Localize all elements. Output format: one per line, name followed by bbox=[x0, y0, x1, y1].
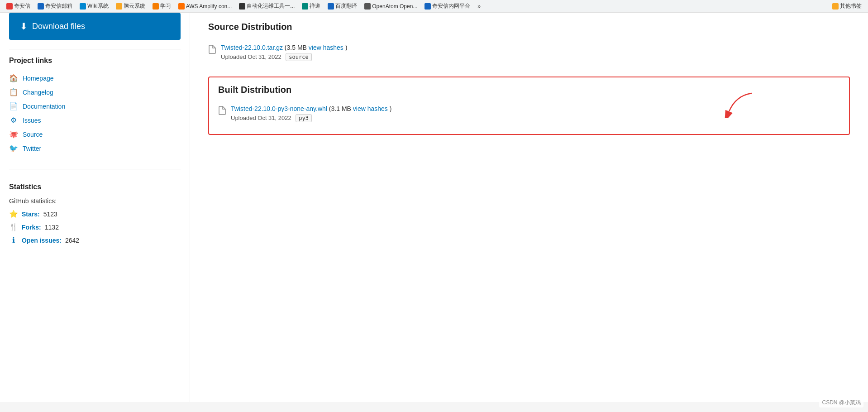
bookmark-aws[interactable]: AWS Amplify con... bbox=[176, 2, 235, 10]
documentation-link[interactable]: 📄 Documentation bbox=[9, 99, 181, 113]
bookmark-favicon bbox=[6, 3, 13, 10]
bookmark-favicon bbox=[302, 3, 308, 10]
source-upload-info: Uploaded Oct 31, 2022 source bbox=[221, 53, 850, 61]
open-issues-label: Open issues: bbox=[22, 237, 62, 244]
sidebar-divider-2 bbox=[9, 169, 181, 169]
built-file-size-value: 3.1 MB bbox=[331, 105, 351, 112]
homepage-label: Homepage bbox=[23, 75, 54, 82]
twitter-icon: 🐦 bbox=[9, 144, 18, 153]
page-wrapper: ⬇ Download files Project links 🏠 Homepag… bbox=[0, 13, 868, 402]
fork-icon: 🍴 bbox=[9, 223, 18, 231]
twitter-link[interactable]: 🐦 Twitter bbox=[9, 141, 181, 155]
twitter-label: Twitter bbox=[23, 145, 41, 152]
bookmark-others[interactable]: 其他书签 bbox=[830, 1, 864, 11]
documentation-icon: 📄 bbox=[9, 102, 18, 110]
built-file-link[interactable]: Twisted-22.10.0-py3-none-any.whl bbox=[231, 105, 327, 112]
bookmark-favicon bbox=[116, 3, 122, 10]
source-file-link[interactable]: Twisted-22.10.0.tar.gz bbox=[221, 44, 283, 51]
stars-stat: ⭐ Stars: 5123 bbox=[9, 207, 181, 220]
sidebar: ⬇ Download files Project links 🏠 Homepag… bbox=[0, 13, 190, 402]
bookmark-qianxin[interactable]: 奇安信 bbox=[4, 1, 33, 11]
source-distribution-section: Source Distribution Twisted-22.10.0.tar.… bbox=[208, 22, 850, 66]
project-links-title: Project links bbox=[9, 57, 181, 65]
changelog-label: Changelog bbox=[23, 89, 53, 96]
download-button-label: Download files bbox=[32, 22, 85, 31]
source-tag-badge: source bbox=[286, 53, 311, 61]
download-files-button[interactable]: ⬇ Download files bbox=[9, 13, 181, 40]
issues-link[interactable]: ⚙ Issues bbox=[9, 113, 181, 127]
statistics-title: Statistics bbox=[9, 183, 181, 191]
documentation-label: Documentation bbox=[23, 103, 65, 110]
home-icon: 🏠 bbox=[9, 74, 18, 82]
homepage-link[interactable]: 🏠 Homepage bbox=[9, 71, 181, 85]
bookmark-wiki[interactable]: Wiki系统 bbox=[77, 1, 111, 11]
bookmark-intranet[interactable]: 奇安信内网平台 bbox=[422, 1, 473, 11]
built-upload-date: Uploaded Oct 31, 2022 bbox=[231, 115, 291, 121]
bookmark-openatom[interactable]: OpenAtom Open... bbox=[362, 2, 420, 10]
bookmark-favicon bbox=[364, 3, 371, 10]
issues-icon: ⚙ bbox=[9, 116, 18, 125]
star-icon: ⭐ bbox=[9, 210, 18, 218]
bookmark-favicon bbox=[38, 3, 44, 10]
bookmark-favicon bbox=[424, 3, 431, 10]
bookmark-zen[interactable]: 禅道 bbox=[299, 1, 323, 11]
annotation-arrow bbox=[722, 91, 758, 120]
built-tag-badge: py3 bbox=[296, 114, 312, 122]
bookmark-email[interactable]: 奇安信邮箱 bbox=[35, 1, 75, 11]
bookmark-tencent[interactable]: 腾云系统 bbox=[113, 1, 148, 11]
forks-label: Forks: bbox=[22, 224, 41, 231]
source-link[interactable]: 🐙 Source bbox=[9, 127, 181, 141]
issues-label: Issues bbox=[23, 117, 41, 124]
download-icon: ⬇ bbox=[20, 21, 28, 32]
stars-label: Stars: bbox=[22, 211, 40, 218]
github-stats-label: GitHub statistics: bbox=[9, 197, 181, 205]
source-file-meta: Twisted-22.10.0.tar.gz (3.5 MB view hash… bbox=[221, 44, 850, 51]
built-file-icon bbox=[218, 106, 226, 117]
built-distribution-section: Built Distribution bbox=[208, 77, 850, 135]
bookmark-bar: 奇安信 奇安信邮箱 Wiki系统 腾云系统 学习 AWS Amplify con… bbox=[0, 0, 868, 13]
source-file-row: Twisted-22.10.0.tar.gz (3.5 MB view hash… bbox=[208, 39, 850, 66]
forks-value: 1132 bbox=[45, 224, 59, 231]
forks-stat: 🍴 Forks: 1132 bbox=[9, 220, 181, 234]
built-view-hashes-link[interactable]: view hashes bbox=[353, 105, 388, 112]
bookmark-favicon bbox=[239, 3, 245, 10]
source-label: Source bbox=[23, 131, 43, 138]
open-issues-value: 2642 bbox=[65, 237, 79, 244]
bookmark-favicon bbox=[80, 3, 86, 10]
source-file-size-value: 3.5 MB bbox=[287, 44, 307, 51]
bookmark-baidu-translate[interactable]: 百度翻译 bbox=[325, 1, 360, 11]
bookmark-study[interactable]: 学习 bbox=[150, 1, 174, 11]
github-icon: 🐙 bbox=[9, 130, 18, 139]
bookmark-devops[interactable]: 自动化运维工具一... bbox=[236, 1, 297, 11]
stars-value: 5123 bbox=[43, 211, 57, 218]
bookmark-favicon bbox=[832, 3, 839, 10]
sidebar-divider bbox=[9, 49, 181, 49]
bookmark-more[interactable]: » bbox=[475, 2, 483, 10]
csdn-watermark: CSDN @小菜鸡 bbox=[819, 398, 863, 402]
open-issues-stat: ℹ Open issues: 2642 bbox=[9, 234, 181, 247]
changelog-link[interactable]: 📋 Changelog bbox=[9, 85, 181, 99]
source-distribution-title: Source Distribution bbox=[208, 22, 850, 32]
issues-count-icon: ℹ bbox=[9, 236, 18, 244]
source-view-hashes-link[interactable]: view hashes bbox=[309, 44, 343, 51]
bookmark-favicon bbox=[328, 3, 334, 10]
source-upload-date: Uploaded Oct 31, 2022 bbox=[221, 53, 281, 60]
bookmark-favicon bbox=[153, 3, 159, 10]
source-file-info: Twisted-22.10.0.tar.gz (3.5 MB view hash… bbox=[221, 44, 850, 61]
bookmark-favicon bbox=[178, 3, 185, 10]
source-file-icon bbox=[208, 45, 216, 56]
main-content: Source Distribution Twisted-22.10.0.tar.… bbox=[190, 13, 868, 402]
changelog-icon: 📋 bbox=[9, 88, 18, 96]
